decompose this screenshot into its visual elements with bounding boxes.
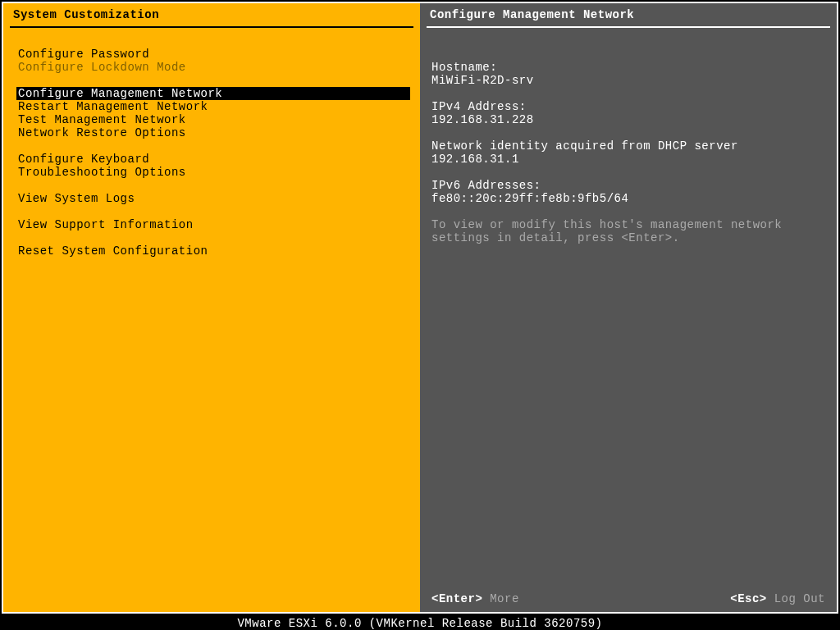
footer-esc[interactable]: <Esc> Log Out xyxy=(730,592,825,605)
menu-configure-keyboard[interactable]: Configure Keyboard xyxy=(18,153,410,166)
menu-list: Configure Password Configure Lockdown Mo… xyxy=(3,28,420,612)
menu-configure-management-network[interactable]: Configure Management Network xyxy=(16,87,410,100)
menu-view-system-logs[interactable]: View System Logs xyxy=(18,192,410,205)
esc-action-label: Log Out xyxy=(774,592,825,605)
menu-configure-password[interactable]: Configure Password xyxy=(18,48,410,61)
right-pane-title: Configure Management Network xyxy=(420,3,837,26)
footer-enter[interactable]: <Enter> More xyxy=(431,592,519,605)
menu-spacer xyxy=(18,205,410,218)
ipv6-value: fe80::20c:29ff:fe8b:9fb5/64 xyxy=(431,192,628,205)
main-window: System Customization Configure Password … xyxy=(2,2,838,614)
enter-key-label: <Enter> xyxy=(431,592,482,605)
menu-configure-lockdown-mode: Configure Lockdown Mode xyxy=(18,61,410,74)
esc-key-label: <Esc> xyxy=(730,592,767,605)
menu-spacer xyxy=(18,74,410,87)
left-pane-title: System Customization xyxy=(3,3,420,26)
right-pane: Configure Management Network Hostname: M… xyxy=(420,3,837,612)
menu-spacer xyxy=(18,139,410,153)
left-pane: System Customization Configure Password … xyxy=(3,3,420,612)
menu-test-management-network[interactable]: Test Management Network xyxy=(18,113,410,126)
menu-view-support-information[interactable]: View Support Information xyxy=(18,218,410,231)
ipv4-value: 192.168.31.228 xyxy=(431,113,534,126)
enter-action-label: More xyxy=(490,592,519,605)
help-text: To view or modify this host's management… xyxy=(431,218,789,244)
menu-spacer xyxy=(18,179,410,192)
hostname-value: MiWiFi-R2D-srv xyxy=(431,74,534,87)
bottom-status-bar: VMware ESXi 6.0.0 (VMKernel Release Buil… xyxy=(0,615,840,630)
dhcp-line: Network identity acquired from DHCP serv… xyxy=(431,139,746,166)
menu-restart-management-network[interactable]: Restart Management Network xyxy=(18,100,410,113)
ipv6-label: IPv6 Addresses: xyxy=(431,179,541,192)
detail-panel: Hostname: MiWiFi-R2D-srv IPv4 Address: 1… xyxy=(420,28,837,589)
hostname-label: Hostname: xyxy=(431,61,497,74)
ipv4-label: IPv4 Address: xyxy=(431,100,527,113)
menu-spacer xyxy=(18,231,410,244)
right-footer: <Enter> More <Esc> Log Out xyxy=(420,589,837,612)
menu-reset-system-configuration[interactable]: Reset System Configuration xyxy=(18,244,410,258)
menu-troubleshooting-options[interactable]: Troubleshooting Options xyxy=(18,166,410,179)
menu-network-restore-options[interactable]: Network Restore Options xyxy=(18,126,410,139)
